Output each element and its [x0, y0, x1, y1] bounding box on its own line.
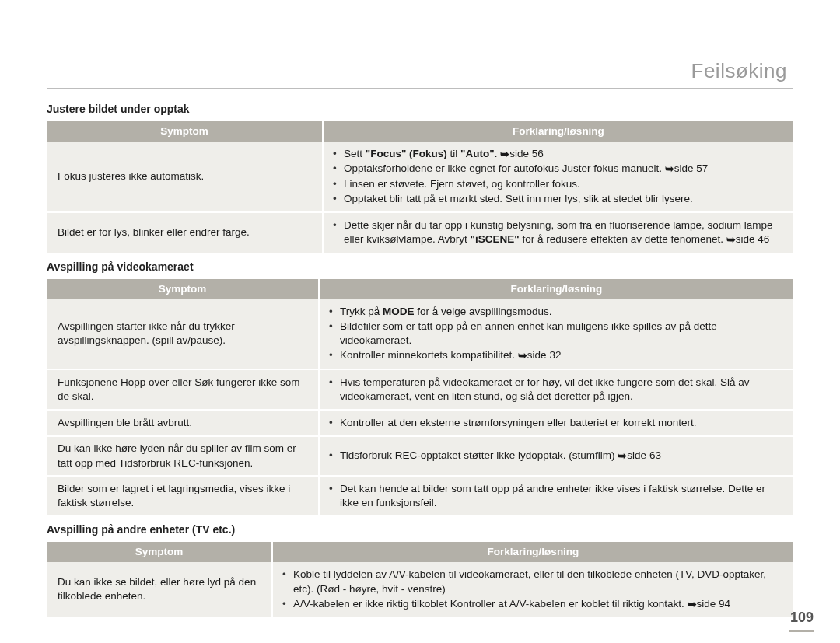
solution-cell: Koble til lyddelen av A/V-kabelen til vi… — [272, 562, 793, 617]
list-item: A/V-kabelen er ikke riktig tilkoblet Kon… — [279, 597, 786, 611]
col-header-symptom: Symptom — [47, 279, 319, 299]
solution-cell: Dette skjer når du tar opp i kunstig bel… — [323, 212, 793, 253]
symptom-cell: Funksjonene Hopp over eller Søk fungerer… — [47, 369, 319, 410]
troubleshoot-table: SymptomForklaring/løsningAvspillingen st… — [47, 279, 793, 518]
symptom-cell: Du kan ikke se bildet, eller høre lyd på… — [47, 562, 272, 617]
bullet-list: Koble til lyddelen av A/V-kabelen til vi… — [279, 568, 786, 611]
page-number: 109 — [790, 610, 814, 626]
troubleshoot-table: SymptomForklaring/løsningDu kan ikke se … — [47, 542, 793, 618]
bullet-list: Sett "Focus" (Fokus) til "Auto". ➥side 5… — [330, 147, 786, 206]
bullet-list: Kontroller at den eksterne strømforsynin… — [326, 416, 786, 430]
page-number-accent — [789, 630, 814, 632]
header-divider — [47, 88, 793, 89]
bullet-list: Tidsforbruk REC-opptaket støtter ikke ly… — [326, 449, 786, 463]
troubleshoot-table: SymptomForklaring/løsningFokus justeres … — [47, 121, 793, 254]
solution-cell: Kontroller at den eksterne strømforsynin… — [319, 410, 793, 436]
table-row: Avspillingen starter ikke når du trykker… — [47, 299, 793, 369]
page-ref-arrow-icon: ➥ — [500, 148, 509, 162]
content-area: Justere bildet under opptakSymptomForkla… — [47, 103, 793, 618]
col-header-solution: Forklaring/løsning — [272, 542, 793, 562]
bullet-list: Hvis temperaturen på videokameraet er fo… — [326, 376, 786, 404]
solution-cell: Tidsforbruk REC-opptaket støtter ikke ly… — [319, 436, 793, 475]
page-ref-arrow-icon: ➥ — [726, 233, 736, 247]
page-title: Feilsøking — [47, 59, 793, 88]
table-row: Bilder som er lagret i et lagringsmedia,… — [47, 476, 793, 516]
list-item: Opptaket blir tatt på et mørkt sted. Set… — [330, 192, 786, 206]
bullet-list: Det kan hende at bilder som tatt opp på … — [326, 482, 786, 510]
list-item: Tidsforbruk REC-opptaket støtter ikke ly… — [326, 449, 786, 463]
symptom-cell: Bildet er for lys, blinker eller endrer … — [47, 212, 323, 253]
page-ref-arrow-icon: ➥ — [518, 349, 527, 363]
list-item: Bildefiler som er tatt opp på en annen e… — [326, 320, 786, 348]
table-row: Fokus justeres ikke automatisk.Sett "Foc… — [47, 142, 793, 212]
col-header-solution: Forklaring/løsning — [323, 121, 793, 142]
symptom-cell: Du kan ikke høre lyden når du spiller av… — [47, 436, 319, 475]
page-ref-arrow-icon: ➥ — [665, 162, 674, 176]
solution-cell: Sett "Focus" (Fokus) til "Auto". ➥side 5… — [323, 142, 793, 212]
bullet-list: Dette skjer når du tar opp i kunstig bel… — [330, 218, 786, 246]
table-row: Avspillingen ble brått avbrutt.Kontrolle… — [47, 410, 793, 436]
solution-cell: Hvis temperaturen på videokameraet er fo… — [319, 369, 793, 410]
col-header-solution: Forklaring/løsning — [319, 279, 793, 299]
table-row: Du kan ikke se bildet, eller høre lyd på… — [47, 562, 793, 617]
list-item: Dette skjer når du tar opp i kunstig bel… — [330, 218, 786, 246]
table-row: Funksjonene Hopp over eller Søk fungerer… — [47, 369, 793, 410]
list-item: Det kan hende at bilder som tatt opp på … — [326, 482, 786, 510]
symptom-cell: Avspillingen starter ikke når du trykker… — [47, 299, 319, 369]
col-header-symptom: Symptom — [47, 542, 272, 562]
list-item: Sett "Focus" (Fokus) til "Auto". ➥side 5… — [330, 147, 786, 161]
page: Feilsøking Justere bildet under opptakSy… — [0, 0, 840, 643]
list-item: Kontroller minnekortets kompatibilitet. … — [326, 348, 786, 362]
list-item: Opptaksforholdene er ikke egnet for auto… — [330, 162, 786, 176]
section-title: Avspilling på andre enheter (TV etc.) — [47, 523, 793, 536]
list-item: Linsen er støvete. Fjern støvet, og kont… — [330, 177, 786, 191]
list-item: Kontroller at den eksterne strømforsynin… — [326, 416, 786, 430]
table-row: Bildet er for lys, blinker eller endrer … — [47, 212, 793, 253]
symptom-cell: Avspillingen ble brått avbrutt. — [47, 410, 319, 436]
list-item: Hvis temperaturen på videokameraet er fo… — [326, 376, 786, 404]
symptom-cell: Bilder som er lagret i et lagringsmedia,… — [47, 476, 319, 516]
col-header-symptom: Symptom — [47, 121, 323, 142]
table-row: Du kan ikke høre lyden når du spiller av… — [47, 436, 793, 475]
list-item: Koble til lyddelen av A/V-kabelen til vi… — [279, 568, 786, 596]
solution-cell: Trykk på MODE for å velge avspillingsmod… — [319, 299, 793, 369]
page-ref-arrow-icon: ➥ — [688, 598, 697, 612]
section-title: Avspilling på videokameraet — [47, 260, 793, 273]
list-item: Trykk på MODE for å velge avspillingsmod… — [326, 305, 786, 319]
section-title: Justere bildet under opptak — [47, 103, 793, 115]
page-ref-arrow-icon: ➥ — [618, 449, 627, 463]
solution-cell: Det kan hende at bilder som tatt opp på … — [319, 476, 793, 516]
bullet-list: Trykk på MODE for å velge avspillingsmod… — [326, 305, 786, 363]
symptom-cell: Fokus justeres ikke automatisk. — [47, 142, 323, 212]
